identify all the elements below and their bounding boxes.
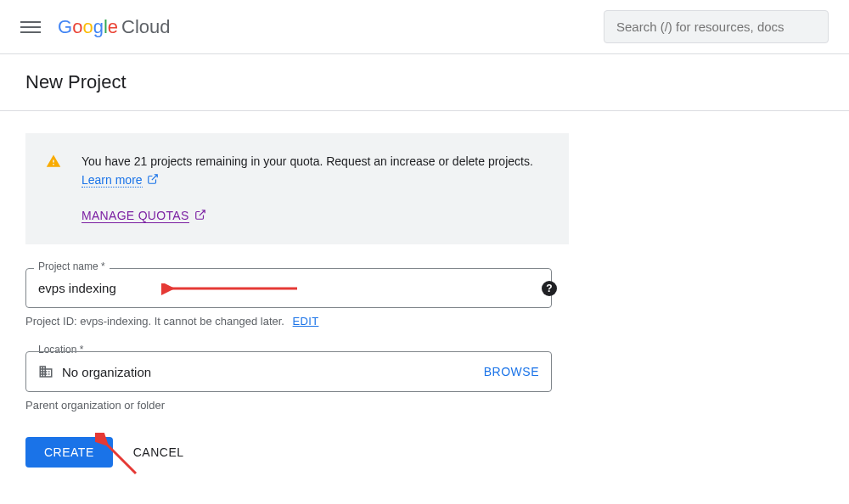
search-box[interactable] [604,10,829,43]
location-helper: Parent organization or folder [25,399,569,412]
search-input[interactable] [616,20,816,34]
project-id-helper: Project ID: evps-indexing. It cannot be … [25,315,569,328]
banner-text: You have 21 projects remaining in your q… [82,152,548,226]
warning-icon [46,154,61,226]
external-link-icon [147,171,159,190]
page-title: New Project [25,71,824,93]
annotation-arrow [161,283,306,304]
browse-button[interactable]: BROWSE [484,365,539,378]
top-header: Google Cloud [0,0,849,54]
edit-project-id-link[interactable]: EDIT [293,315,319,328]
page-title-bar: New Project [0,54,849,111]
location-field-wrap: Location * No organization BROWSE [25,351,569,392]
location-field: No organization BROWSE [25,351,552,392]
google-cloud-logo[interactable]: Google Cloud [58,16,171,38]
project-name-field-wrap: Project name * ? [25,268,569,308]
project-name-label: Project name * [34,260,110,272]
learn-more-link[interactable]: Learn more [82,173,143,188]
external-link-icon [194,207,206,226]
menu-icon[interactable] [20,17,41,37]
organization-icon [38,364,53,379]
quota-message: You have 21 projects remaining in your q… [82,154,533,168]
content-area: You have 21 projects remaining in your q… [0,111,594,490]
quota-banner: You have 21 projects remaining in your q… [25,133,569,244]
svg-line-1 [105,443,136,473]
manage-quotas-link[interactable]: MANAGE QUOTAS [82,209,189,223]
location-value: No organization [62,365,475,379]
annotation-arrow [95,433,146,484]
help-icon[interactable]: ? [542,281,557,296]
